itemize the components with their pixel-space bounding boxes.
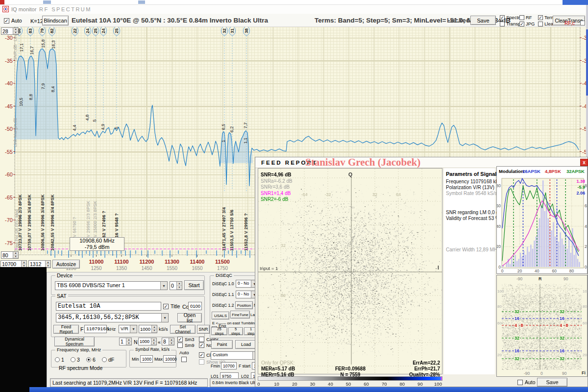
max-field[interactable]: 10000 <box>163 355 176 363</box>
svg-text:Link Margin,dB: Link Margin,dB <box>13 118 18 147</box>
lnb-select[interactable]: Custom▼ <box>211 351 260 360</box>
quality-scale-tick: 10 <box>274 381 279 387</box>
feed-report-button[interactable]: Feed Report <box>53 325 79 334</box>
frequency-field[interactable]: 11079168 <box>84 325 107 333</box>
tuner-select[interactable]: TBS 6908 DVBS/S2 Tuner 1▼ <box>55 281 168 290</box>
toolbar-check-jpg[interactable]: ✓JPG <box>519 21 537 27</box>
top-strip-seg2 <box>138 0 145 4</box>
svg-text:11471,45 V 27497 3/4: 11471,45 V 27497 3/4 <box>221 207 226 251</box>
save-button[interactable]: Save <box>470 16 496 25</box>
dropdown-arrow-icon[interactable]: ▼ <box>130 325 137 333</box>
svg-text:4,8: 4,8 <box>85 115 90 121</box>
dropdown-arrow-icon[interactable]: ▼ <box>160 282 167 290</box>
code-field[interactable]: 0100 <box>188 302 202 310</box>
start-button[interactable]: Start <box>184 280 204 290</box>
phase-save-button[interactable]: Save <box>537 378 567 387</box>
svg-text:-40: -40 <box>5 80 13 86</box>
blindscan-button[interactable]: Blindscan <box>42 16 69 25</box>
svg-text:20: 20 <box>517 269 522 273</box>
usals-button[interactable]: USALS <box>212 312 229 319</box>
svg-text:11400: 11400 <box>190 259 205 265</box>
svg-text:38: 38 <box>244 28 249 33</box>
auto-sr-checkbox[interactable] <box>181 357 187 362</box>
desktop-black-area <box>0 267 47 392</box>
const-tick--32: -32 <box>324 192 331 197</box>
tuner-number-spinner[interactable]: 0▲▼ <box>170 281 182 290</box>
freqstep-3-radio[interactable]: 3 <box>71 357 80 363</box>
const-tick--64: -64 <box>301 192 307 197</box>
polarization-select[interactable]: V/R▼ <box>119 325 137 333</box>
dyn-n-spinner[interactable]: 1000▲▼ <box>138 338 157 345</box>
transponder-select[interactable]: 3645,R,16130,56,S2;8PSK▼ <box>56 313 169 322</box>
symbolrate-spinner[interactable]: 1000▲▼ <box>139 325 157 333</box>
svg-text:82: 82 <box>49 28 54 33</box>
level-bottom-spinner[interactable]: 80▲▼ <box>1 251 19 259</box>
status-bar: Last searching at 11079,2MHz V/R 13V Fin… <box>50 378 208 387</box>
level-top-spinner[interactable]: 28▲▼ <box>1 27 19 35</box>
quality-scale-tick: 90 <box>417 381 423 387</box>
svg-text:40: 40 <box>585 224 587 229</box>
dropdown-arrow-icon[interactable]: ▼ <box>161 314 168 322</box>
svg-text:10806,56 V 29996 3/4 8PSK: 10806,56 V 29996 3/4 8PSK <box>40 194 45 251</box>
fmin-field[interactable]: 10700 <box>221 362 237 369</box>
sat-name-field[interactable]: Eutelsat 10A <box>56 302 161 311</box>
params-title: Parametrs of Signal : <box>446 171 500 177</box>
svg-text:11500: 11500 <box>215 259 230 265</box>
svg-text:SNR,dB: SNR,dB <box>13 45 18 61</box>
min-label: Min <box>132 357 139 362</box>
phase-auto-checkbox[interactable]: Auto <box>517 379 536 385</box>
sm9-checkbox[interactable]: Sm9 <box>177 343 195 348</box>
right-window-sliver <box>586 5 588 157</box>
lnb-status-bar: 0.84m Inverto Black Ultra <box>210 378 260 387</box>
open-list-button[interactable]: Open list <box>177 313 202 322</box>
svg-text:16APSK: 16APSK <box>522 169 540 174</box>
load-button[interactable]: Load <box>235 340 257 349</box>
steps25-button[interactable]: 25 steps <box>211 327 227 335</box>
diseqc12-label: DiSEqC 1.2 <box>212 303 234 308</box>
finetune-button[interactable]: FineTune <box>230 311 250 318</box>
paint-button[interactable]: Paint <box>211 340 233 349</box>
phase-noise-canvas <box>502 284 582 370</box>
constellation-panel: SNR=4,96 dBSNRa=-6.2 dBSNRr=3,6 dBSNR1=1… <box>258 168 442 374</box>
freqstep-1-radio[interactable]: 1 <box>55 357 64 363</box>
set-channel-button[interactable]: Set Channel <box>170 325 196 334</box>
steps5-button[interactable]: 5 steps <box>228 327 243 335</box>
right-sliver-blue <box>586 29 588 96</box>
taskbar[interactable] <box>0 387 588 392</box>
freqstep-df-radio[interactable]: dF <box>102 357 114 363</box>
sm3-checkbox[interactable]: ✓Sm3 <box>177 337 195 342</box>
phase-top--90: -90 <box>516 276 522 281</box>
mera-value: MERa=5.17 dB <box>261 366 295 371</box>
auto-checkbox-box[interactable]: ✓ <box>4 18 9 24</box>
autosize-button[interactable]: Autosize <box>52 260 80 269</box>
toolbar-check-transp[interactable]: Transp. <box>500 21 518 27</box>
svg-text:1350: 1350 <box>116 266 127 271</box>
toolbar-check-spectr[interactable]: ✓Spectr <box>500 14 518 21</box>
svg-text:60: 60 <box>497 203 501 208</box>
toolbar-check-rf[interactable]: RF <box>519 14 537 21</box>
quality-scale-tick: 0 <box>257 381 260 387</box>
khz-label: kHz <box>108 326 116 332</box>
max-label: Max <box>154 357 163 362</box>
position-button[interactable]: Position <box>235 301 253 309</box>
dyn-count-spinner[interactable]: 1▲▼ <box>119 338 132 345</box>
svg-text:1,1: 1,1 <box>243 138 248 144</box>
svg-text:32APSK: 32APSK <box>566 169 585 174</box>
close-icon[interactable]: x <box>580 159 588 166</box>
freqstep-6-radio[interactable]: 6 <box>86 357 96 363</box>
marker-tooltip: 10908,60 MHz -79,5 dBm <box>70 237 124 251</box>
dynamical-spectrum-button[interactable]: Dynamical Spectrum <box>54 337 95 346</box>
dyn-8-spinner[interactable]: 8▲▼ <box>162 338 174 345</box>
svg-text:-65: -65 <box>5 195 13 200</box>
snr-button[interactable]: SNR <box>197 325 210 334</box>
auto-checkbox[interactable]: ✓Auto <box>4 18 22 24</box>
title-checkbox[interactable]: ✓Title <box>163 303 180 309</box>
diseqc11-label: DiSEqC 1.1 <box>212 292 234 297</box>
rf-corner-checkbox[interactable] <box>580 21 585 25</box>
svg-text:-70: -70 <box>5 217 13 223</box>
signal-param: Symbol Rate 9548 kS/s <box>446 191 497 196</box>
svg-text:1450: 1450 <box>141 266 152 271</box>
fer-value: FER=0.09688 <box>335 366 366 371</box>
svg-text:-60: -60 <box>5 172 13 177</box>
min-field[interactable]: 1000 <box>140 355 153 363</box>
